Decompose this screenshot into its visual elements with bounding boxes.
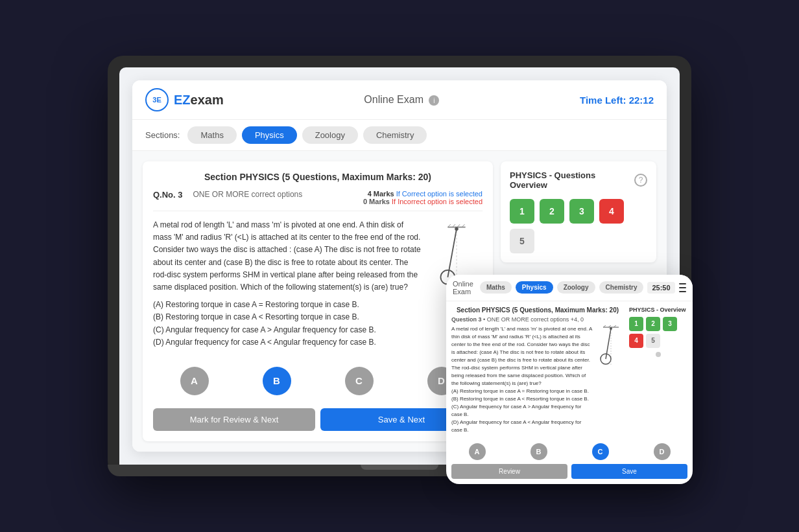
mobile-q-image	[598, 325, 624, 434]
q-bubble-3[interactable]: 3	[569, 199, 594, 224]
mobile-q-bubble-3[interactable]: 3	[663, 317, 677, 331]
mobile-menu-icon[interactable]	[679, 283, 686, 292]
mobile-header: Online Exam Maths Physics Zoology Chemis…	[446, 275, 693, 301]
mobile-body: Section PHYSICS (5 Questions, Maximum Ma…	[446, 301, 693, 439]
section-btn-zoology[interactable]: Zoology	[302, 126, 358, 144]
section-btn-chemistry[interactable]: Chemistry	[363, 126, 427, 144]
mobile-q-grid: 1 2 3 4 5	[629, 317, 687, 348]
option-btn-b[interactable]: B	[263, 367, 291, 395]
overview-header: PHYSICS - Questions Overview ?	[510, 170, 647, 190]
mobile-question-area: Section PHYSICS (5 Questions, Maximum Ma…	[451, 306, 624, 434]
mobile-section-chemistry[interactable]: Chemistry	[599, 281, 644, 294]
logo-text: EZexam	[174, 93, 224, 108]
logo-area: 3E EZexam	[145, 88, 224, 111]
mobile-save-button[interactable]: Save	[571, 464, 687, 479]
mobile-opt-c[interactable]: C	[592, 443, 609, 460]
q-bubble-5[interactable]: 5	[510, 229, 534, 253]
overview-title: PHYSICS - Questions Overview	[510, 170, 634, 190]
mobile-opt-b[interactable]: B	[531, 443, 547, 460]
q-type: ONE OR MORE correct options	[193, 190, 353, 199]
sections-bar: Sections: Maths Physics Zoology Chemistr…	[132, 120, 667, 151]
mobile-action-row: Review Save	[446, 464, 693, 484]
mobile-overview-area: PHYSICS - Overview 1 2 3 4 5	[629, 306, 687, 434]
questions-grid: 1 2 3 4 5	[510, 199, 647, 253]
q-bubble-2[interactable]: 2	[540, 199, 564, 224]
q-bubble-4[interactable]: 4	[599, 199, 624, 224]
mobile-q-bubble-2[interactable]: 2	[646, 317, 660, 331]
timer: Time Left: 22:12	[580, 95, 654, 106]
question-meta: Q.No. 3 ONE OR MORE correct options 4 Ma…	[153, 190, 483, 211]
action-row: Mark for Review & Next Save & Next	[153, 408, 483, 431]
review-next-button[interactable]: Mark for Review & Next	[153, 408, 315, 431]
mobile-q-bubble-4[interactable]: 4	[629, 334, 643, 348]
app-header: 3E EZexam Online Exam i Time Left: 22:12	[132, 80, 667, 120]
option-btn-c[interactable]: C	[345, 367, 374, 395]
mobile-q-bubble-1[interactable]: 1	[629, 317, 643, 331]
mobile-q-text: A metal rod of length 'L' and mass 'm' i…	[451, 325, 593, 434]
section-title: Section PHYSICS (5 Questions, Maximum Ma…	[153, 172, 483, 182]
mobile-q-bubble-5[interactable]: 5	[646, 334, 660, 348]
mobile-section-maths[interactable]: Maths	[480, 281, 512, 294]
question-body: A metal rod of length 'L' and mass 'm' i…	[153, 219, 483, 349]
q-number: Q.No. 3	[153, 190, 183, 200]
section-btn-physics[interactable]: Physics	[242, 126, 297, 144]
mobile-q-meta: Question 3 • ONE OR MORE correct options…	[451, 316, 624, 323]
mobile-options-row: A B C D	[446, 439, 693, 464]
info-icon[interactable]: i	[429, 95, 439, 106]
mobile-overlay: Online Exam Maths Physics Zoology Chemis…	[446, 275, 693, 484]
mobile-pendulum-diagram	[598, 325, 624, 367]
mobile-timer: 25:50	[647, 282, 674, 294]
mobile-opt-a[interactable]: A	[469, 443, 486, 460]
question-panel: Section PHYSICS (5 Questions, Maximum Ma…	[143, 161, 493, 441]
logo-icon: 3E	[145, 88, 169, 111]
option-btn-a[interactable]: A	[180, 367, 209, 395]
options-row: A B C D	[153, 362, 483, 400]
overview-panel: PHYSICS - Questions Overview ? 1 2 3 4 5	[501, 161, 656, 262]
help-icon[interactable]: ?	[634, 174, 647, 187]
mobile-section-zoology[interactable]: Zoology	[557, 281, 595, 294]
marks-info: 4 Marks If Correct option is selected 0 …	[363, 190, 483, 205]
svg-point-8	[455, 227, 458, 231]
svg-point-16	[610, 327, 612, 330]
q-bubble-1[interactable]: 1	[510, 199, 534, 224]
mobile-section-physics[interactable]: Physics	[516, 281, 553, 294]
mobile-section-title: Section PHYSICS (5 Questions, Maximum Ma…	[451, 306, 624, 314]
mobile-exam-title: Online Exam	[453, 280, 476, 295]
question-text: A metal rod of length 'L' and mass 'm' i…	[153, 219, 423, 349]
mobile-overview-title: PHYSICS - Overview	[629, 306, 687, 313]
sections-label: Sections:	[145, 130, 180, 140]
header-title: Online Exam i	[364, 94, 439, 106]
section-btn-maths[interactable]: Maths	[187, 126, 236, 144]
mobile-opt-d[interactable]: D	[654, 443, 671, 460]
mobile-review-button[interactable]: Review	[451, 464, 567, 479]
